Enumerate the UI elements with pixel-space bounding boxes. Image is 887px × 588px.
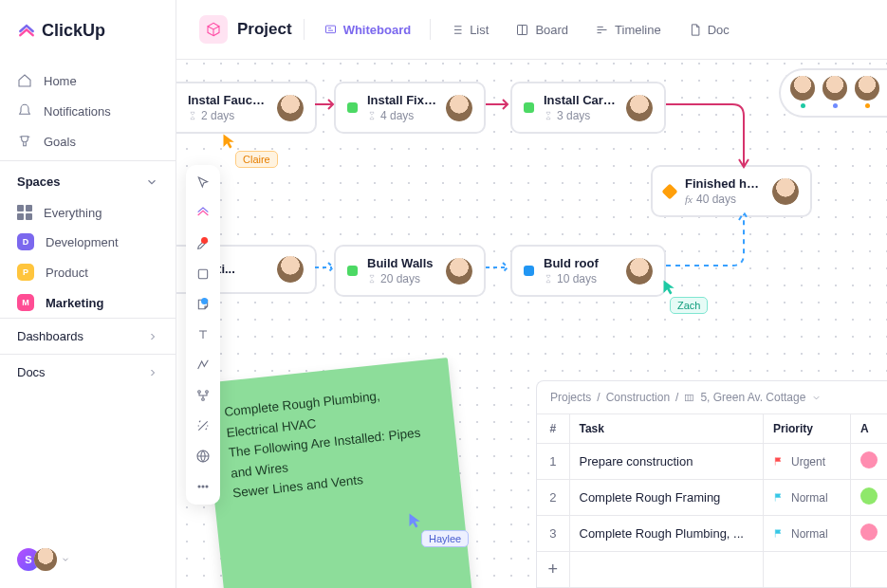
tool-magic[interactable] [194,417,212,434]
avatar [277,256,304,283]
tool-connector[interactable] [194,357,212,374]
chevron-down-icon [811,393,822,403]
sticky-content: Complete Rough Plumbing, Electrical HVAC… [223,380,441,504]
tool-select[interactable] [194,175,212,192]
status-color [524,266,534,276]
list-icon [450,23,464,37]
brand-name: ClickUp [42,21,105,41]
view-doc[interactable]: Doc [680,19,737,41]
space-badge: M [17,294,34,311]
clickup-logo-icon [17,22,36,41]
status-color [347,266,358,276]
assignee-avatar [860,451,878,469]
whiteboard-icon [323,23,338,37]
card-walls[interactable]: Build Walls20 days [334,245,486,297]
space-product[interactable]: PProduct [0,257,176,287]
svg-point-7 [198,486,200,487]
chevron-right-icon [147,331,158,342]
svg-point-4 [206,391,209,394]
space-development[interactable]: DDevelopment [0,227,176,257]
board-icon [515,23,529,37]
flag-icon [773,528,784,539]
tool-pen[interactable] [194,235,212,252]
task-panel: Projects/ Construction/ 5, Green Av. Cot… [536,380,887,588]
nav-home[interactable]: Home [0,65,176,96]
svg-point-3 [198,391,201,394]
bell-icon [17,103,32,119]
avatar [626,95,653,121]
hourglass-icon [188,110,197,121]
status-color [347,102,358,113]
view-whiteboard[interactable]: Whiteboard [316,19,419,41]
card-faucets[interactable]: Instal Faucets2 days [176,82,317,134]
card-fixtures[interactable]: Install Fixstu...4 days [334,82,486,134]
tool-text[interactable] [194,326,212,343]
hourglass-icon [544,110,553,121]
project-chip[interactable]: Project [199,15,292,44]
view-list[interactable]: List [442,19,496,41]
milestone-icon [662,183,678,199]
view-board[interactable]: Board [508,19,576,41]
table-row[interactable]: 3Complete Rough Plumbing, ...Normal [537,516,887,552]
presence-avatar [822,76,847,101]
tool-clickup-logo[interactable] [194,205,212,222]
caret-down-icon [61,555,70,564]
user-avatar-photo [34,548,57,571]
nav-goals[interactable]: Goals [0,126,176,156]
tool-rail [186,165,220,505]
space-badge: P [17,264,34,281]
arrow [486,97,512,112]
trophy-icon [17,134,32,149]
hourglass-icon [544,273,553,285]
card-carpeting[interactable]: Install Carpetin...3 days [510,82,666,134]
avatar [446,258,472,285]
avatar [277,95,304,121]
assignee-avatar [860,524,878,541]
card-finished[interactable]: Finished housefx40 days [651,165,812,217]
chevron-right-icon [147,367,158,378]
grid-icon [17,205,32,220]
tool-sticky[interactable] [194,296,212,313]
cursor-zach: Zach [662,279,708,314]
cursor-haylee: Haylee [408,512,469,547]
task-table: # Task Priority A 1Prepare constructionU… [537,414,887,588]
avatar [446,95,472,121]
nav-dashboards[interactable]: Dashboards [0,318,176,354]
svg-rect-0 [325,26,335,33]
nav-notifications[interactable]: Notifications [0,96,176,126]
whiteboard-canvas[interactable]: Instal Faucets2 days Install Fixstu...4 … [176,53,887,588]
svg-point-8 [202,486,204,487]
status-color [524,102,534,113]
card-roof[interactable]: Buld roof10 days [510,245,666,297]
space-marketing[interactable]: MMarketing [0,287,176,318]
assignee-avatar [860,487,878,505]
breadcrumb[interactable]: Projects/ Construction/ 5, Green Av. Cot… [537,381,887,414]
presence-avatars[interactable] [779,68,887,118]
tool-shape[interactable] [194,266,212,283]
timeline-icon [595,23,609,37]
user-menu[interactable]: S [17,548,70,571]
table-row[interactable]: 1Prepare constructionUrgent [537,444,887,480]
sidebar: ClickUp Home Notifications Goals Spaces … [0,0,176,588]
hourglass-icon [367,273,377,285]
view-timeline[interactable]: Timeline [587,19,669,41]
space-badge: D [17,233,34,250]
tool-relationship[interactable] [194,387,212,404]
nav-docs[interactable]: Docs [0,354,176,390]
presence-avatar [790,76,815,101]
tool-embed[interactable] [194,448,212,465]
brand-logo[interactable]: ClickUp [0,0,176,62]
arrow-dashed [486,260,512,275]
space-everything[interactable]: Everything [0,198,176,227]
svg-point-5 [202,398,205,401]
add-task-row[interactable]: + [537,552,887,588]
presence-avatar [855,76,879,101]
home-icon [17,73,32,88]
project-title: Project [237,20,292,39]
tool-more[interactable] [194,478,212,495]
doc-icon [688,23,702,37]
sticky-note[interactable]: Complete Rough Plumbing, Electrical HVAC… [202,358,473,588]
table-row[interactable]: 2Complete Rough FramingNormal [537,480,887,516]
spaces-header[interactable]: Spaces [0,160,176,198]
content-area: Project Whiteboard List Board Timeline D… [176,0,887,588]
